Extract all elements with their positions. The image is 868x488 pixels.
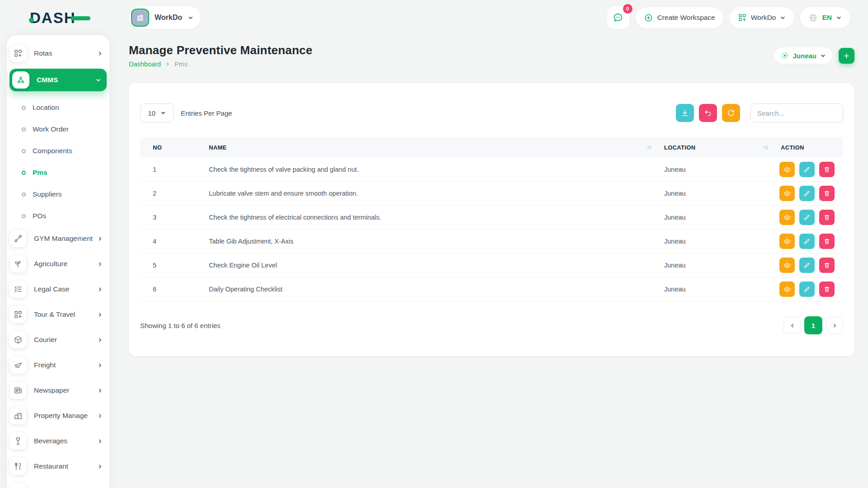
sort-icon	[646, 145, 652, 150]
messages-button[interactable]: 0	[607, 7, 629, 29]
refresh-button[interactable]	[722, 104, 740, 122]
language-button[interactable]: EN	[800, 7, 850, 28]
row-actions	[777, 186, 843, 201]
entries-per-page-select[interactable]: 10	[140, 103, 174, 122]
breadcrumb: Dashboard Pms	[129, 61, 312, 68]
table-header-row: NO NAME LOCATION ACTION	[140, 137, 843, 158]
sidebar-item-newspaper[interactable]: Newspaper	[9, 380, 107, 400]
view-button[interactable]	[779, 162, 795, 177]
sidebar-subitem-suppliers[interactable]: Suppliers	[9, 183, 107, 205]
sidebar-item-courier[interactable]: Courier	[9, 330, 107, 350]
view-button[interactable]	[779, 258, 795, 273]
chevron-right-icon	[97, 438, 103, 444]
undo-button[interactable]	[699, 104, 717, 122]
column-header-name[interactable]: NAME	[209, 144, 660, 151]
edit-button[interactable]	[799, 162, 815, 177]
column-header-no: NO	[140, 144, 209, 151]
delete-button[interactable]	[819, 234, 835, 249]
sidebar-item-gym-management[interactable]: GYM Management	[9, 229, 107, 249]
search-input[interactable]	[750, 103, 843, 122]
delete-button[interactable]	[819, 282, 835, 297]
breadcrumb-dashboard-link[interactable]: Dashboard	[129, 61, 161, 68]
delete-button[interactable]	[819, 186, 835, 201]
workdo-menu-label: WorkDo	[751, 14, 776, 22]
row-location: Juneau	[660, 286, 777, 293]
sidebar-subitem-work-order[interactable]: Work Order	[9, 118, 107, 140]
subitem-label: Components	[33, 147, 72, 155]
create-workspace-button[interactable]: Create Workspace	[636, 7, 723, 28]
chevron-right-icon	[97, 261, 103, 267]
sidebar-item-property-manage[interactable]: Property Manage	[9, 406, 107, 426]
edit-button[interactable]	[799, 234, 815, 249]
nodes-icon	[12, 71, 29, 89]
sidebar-item-agriculture[interactable]: Agriculture	[9, 254, 107, 274]
row-name: Table Gib Adjustment, X-Axis	[209, 238, 660, 245]
column-header-action: ACTION	[777, 144, 843, 151]
page-title: Manage Preventive Maintenance	[129, 43, 312, 57]
chevron-right-icon	[832, 323, 838, 328]
workdo-menu-button[interactable]: WorkDo	[730, 7, 794, 28]
download-icon	[681, 109, 689, 117]
sidebar-item-restaurant[interactable]: Restaurant	[9, 456, 107, 476]
subitem-label: Work Order	[33, 125, 69, 133]
sidebar-item-beverages[interactable]: Beverages	[9, 431, 107, 451]
page-1-button[interactable]: 1	[804, 316, 822, 334]
pencil-icon	[803, 238, 811, 245]
chat-bubble-icon	[612, 12, 624, 23]
sidebar-subitem-components[interactable]: Components	[9, 140, 107, 162]
edit-button[interactable]	[799, 282, 815, 297]
delete-button[interactable]	[819, 162, 835, 177]
chevron-right-icon	[97, 464, 103, 469]
edit-button[interactable]	[799, 210, 815, 225]
sort-icon	[763, 145, 769, 150]
sidebar-item-label: Beverages	[34, 437, 67, 445]
sidebar-item-label: CMMS	[37, 76, 58, 84]
newspaper-icon	[9, 382, 27, 399]
topbar: DASH WorkDo 0	[0, 0, 868, 35]
logo-text: DASH	[30, 10, 76, 25]
view-button[interactable]	[779, 210, 795, 225]
delete-button[interactable]	[819, 258, 835, 273]
row-location: Juneau	[660, 262, 777, 269]
eye-icon	[783, 214, 791, 221]
prev-page-button[interactable]	[783, 317, 801, 334]
eye-icon	[783, 190, 791, 197]
logo-accent-dot	[29, 18, 34, 23]
view-button[interactable]	[779, 186, 795, 201]
sidebar-item-legal-case[interactable]: Legal Case	[9, 279, 107, 299]
edit-button[interactable]	[799, 186, 815, 201]
wine-glass-icon	[9, 432, 27, 450]
sidebar-item-tour-travel[interactable]: Tour & Travel	[9, 305, 107, 324]
add-pm-button[interactable]: +	[839, 48, 854, 64]
row-no: 1	[140, 166, 209, 173]
trash-icon	[823, 190, 830, 197]
sidebar-item-dairy-cattle[interactable]: Dairy Cattle	[9, 482, 107, 488]
entries-per-page-value: 10	[148, 109, 156, 117]
column-header-location[interactable]: LOCATION	[660, 144, 777, 151]
delete-button[interactable]	[819, 210, 835, 225]
sidebar-item-rotas[interactable]: Rotas	[9, 43, 107, 63]
eye-icon	[783, 286, 791, 293]
sidebar-item-cmms[interactable]: CMMS	[9, 69, 107, 91]
sidebar-item-freight[interactable]: Freight	[9, 355, 107, 375]
table-footer: Showing 1 to 6 of 6 entries 1	[140, 316, 843, 334]
edit-button[interactable]	[799, 258, 815, 273]
trash-icon	[823, 286, 830, 293]
sidebar-subitem-pms[interactable]: Pms	[9, 162, 107, 183]
bullet-icon	[22, 106, 26, 110]
export-button[interactable]	[676, 104, 694, 122]
sidebar-subitem-location[interactable]: Location	[9, 97, 107, 118]
workspace-selector[interactable]: WorkDo	[129, 6, 201, 29]
view-button[interactable]	[779, 234, 795, 249]
building-icon	[135, 13, 145, 23]
sidebar-subitem-pos[interactable]: POs	[9, 205, 107, 227]
entries-per-page-label: Entries Per Page	[181, 109, 232, 117]
plane-icon	[9, 357, 27, 374]
column-header-label: LOCATION	[664, 144, 695, 151]
location-filter-dropdown[interactable]: Juneau	[774, 47, 832, 64]
view-button[interactable]	[779, 282, 795, 297]
bullet-icon	[22, 149, 26, 153]
trash-icon	[823, 166, 830, 173]
location-filter-label: Juneau	[793, 52, 816, 60]
next-page-button[interactable]	[826, 317, 843, 334]
